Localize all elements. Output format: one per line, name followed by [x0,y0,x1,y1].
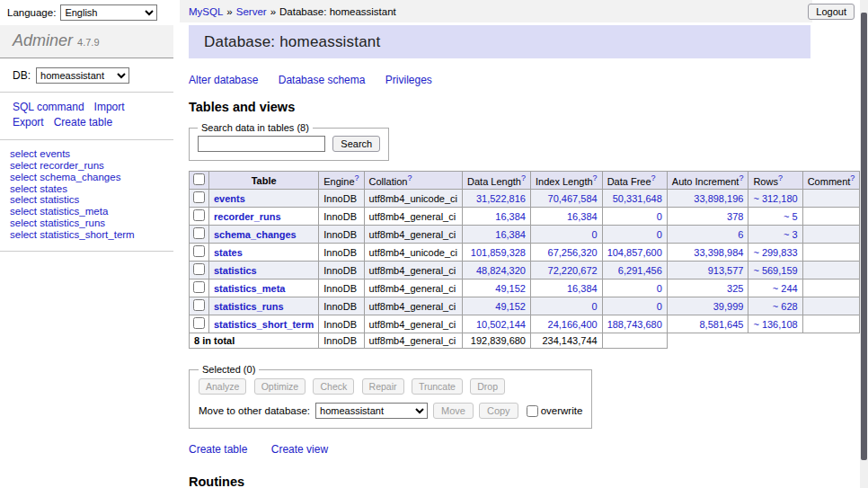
rows-count-link[interactable]: ~ 569,159 [753,265,797,276]
sidebar-item-select-events[interactable]: select events [10,148,173,160]
index-length-link[interactable]: 67,256,320 [548,247,598,258]
auto-increment-link[interactable]: 913,577 [708,265,744,276]
data-free-link[interactable]: 0 [657,301,662,312]
breadcrumb-mysql-link[interactable]: MySQL [189,6,223,17]
data-length-link[interactable]: 48,824,320 [476,265,526,276]
sidebar-item-select-states[interactable]: select states [10,183,173,195]
sidebar-item-select-statistics[interactable]: select statistics [10,194,173,206]
data-free-link[interactable]: 0 [657,211,662,222]
row-checkbox[interactable] [193,191,205,203]
data-free-help-link[interactable]: ? [651,173,656,182]
data-length-link[interactable]: 101,859,328 [471,247,526,258]
move-db-select[interactable]: homeassistant [315,403,428,419]
vertical-scrollbar[interactable] [860,0,868,488]
rows-count-link[interactable]: ~ 3 [784,229,798,240]
auto-increment-link[interactable]: 33,898,196 [694,193,743,204]
table-link[interactable]: statistics_meta [214,283,286,294]
create-table-link[interactable]: Create table [54,116,112,129]
data-free-link[interactable]: 0 [657,229,662,240]
auto-increment-help-link[interactable]: ? [739,173,743,182]
rows-count-link[interactable]: ~ 244 [773,283,798,294]
app-logo[interactable]: Adminer [13,31,73,49]
table-link[interactable]: recorder_runs [214,211,281,222]
index-length-link[interactable]: 24,166,400 [548,319,598,330]
create-table-link-main[interactable]: Create table [189,443,247,456]
data-free-link[interactable]: 6,291,456 [618,265,662,276]
scrollbar-thumb[interactable] [861,13,867,460]
data-free-link[interactable]: 188,743,680 [607,319,662,330]
sidebar-item-select-statistics-short-term[interactable]: select statistics_short_term [10,229,173,241]
data-length-help-link[interactable]: ? [521,173,526,182]
rows-count-link[interactable]: ~ 136,108 [753,319,797,330]
row-checkbox[interactable] [193,245,205,257]
data-length-link[interactable]: 10,502,144 [476,319,526,330]
sidebar-item-select-recorder-runs[interactable]: select recorder_runs [10,160,173,172]
privileges-link[interactable]: Privileges [385,74,432,86]
index-length-link[interactable]: 16,384 [567,283,598,294]
select-all-checkbox[interactable] [193,173,205,185]
data-free-link[interactable]: 104,857,600 [607,247,662,258]
index-length-link[interactable]: 16,384 [567,211,598,222]
create-view-link[interactable]: Create view [271,443,328,456]
row-checkbox[interactable] [193,281,205,293]
index-length-help-link[interactable]: ? [593,173,598,182]
index-length-link[interactable]: 0 [592,301,598,312]
language-select[interactable]: English [60,4,157,21]
drop-button[interactable]: Drop [470,378,505,395]
rows-count-link[interactable]: ~ 5 [784,211,798,222]
table-link[interactable]: states [214,247,243,258]
logout-button[interactable]: Logout [808,4,855,20]
row-checkbox[interactable] [193,209,205,221]
row-checkbox[interactable] [193,317,205,329]
data-length-link[interactable]: 16,384 [495,229,526,240]
sql-command-link[interactable]: SQL command [13,101,84,113]
index-length-link[interactable]: 0 [592,229,598,240]
check-button[interactable]: Check [313,378,354,395]
alter-database-link[interactable]: Alter database [189,74,258,86]
rows-count-link[interactable]: ~ 628 [773,301,798,312]
sidebar-item-select-schema-changes[interactable]: select schema_changes [10,172,173,183]
table-link[interactable]: schema_changes [214,229,297,240]
optimize-button[interactable]: Optimize [254,378,306,395]
breadcrumb-server-link[interactable]: Server [236,6,267,17]
table-link[interactable]: statistics_runs [214,301,284,312]
search-button[interactable]: Search [332,136,380,152]
repair-button[interactable]: Repair [362,378,404,395]
data-length-link[interactable]: 49,152 [495,301,526,312]
move-button[interactable]: Move [433,403,474,419]
sidebar-item-select-statistics-meta[interactable]: select statistics_meta [10,206,173,217]
data-free-link[interactable]: 50,331,648 [613,193,662,204]
index-length-link[interactable]: 70,467,584 [548,193,598,204]
auto-increment-link[interactable]: 39,999 [713,301,744,312]
rows-count-link[interactable]: ~ 299,833 [753,247,797,258]
auto-increment-link[interactable]: 6 [738,229,743,240]
row-checkbox[interactable] [193,263,205,275]
export-link[interactable]: Export [13,116,44,129]
table-link[interactable]: events [214,193,245,204]
database-schema-link[interactable]: Database schema [279,74,366,86]
db-select[interactable]: homeassistant [36,67,129,84]
rows-count-link[interactable]: ~ 312,180 [753,193,797,204]
sidebar-item-select-statistics-runs[interactable]: select statistics_runs [10,217,173,229]
search-input[interactable] [198,136,325,152]
row-checkbox[interactable] [193,299,205,311]
rows-help-link[interactable]: ? [778,173,783,182]
auto-increment-link[interactable]: 33,398,984 [694,247,743,258]
truncate-button[interactable]: Truncate [412,378,463,395]
overwrite-checkbox[interactable] [527,405,538,417]
auto-increment-link[interactable]: 325 [727,283,743,294]
data-length-link[interactable]: 49,152 [495,283,526,294]
data-length-link[interactable]: 31,522,816 [476,193,526,204]
collation-help-link[interactable]: ? [407,173,412,182]
table-link[interactable]: statistics_short_term [214,319,314,330]
engine-help-link[interactable]: ? [355,173,359,182]
import-link[interactable]: Import [94,101,125,113]
data-length-link[interactable]: 16,384 [495,211,526,222]
analyze-button[interactable]: Analyze [199,378,246,395]
comment-help-link[interactable]: ? [850,173,855,182]
table-link[interactable]: statistics [214,265,257,276]
auto-increment-link[interactable]: 8,581,645 [699,319,743,330]
auto-increment-link[interactable]: 378 [727,211,743,222]
index-length-link[interactable]: 72,220,672 [548,265,598,276]
data-free-link[interactable]: 0 [657,283,662,294]
